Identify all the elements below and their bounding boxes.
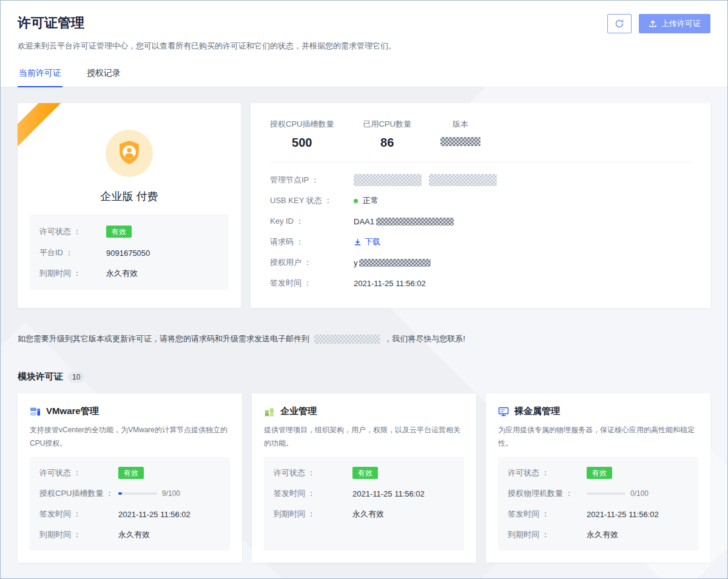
quota-progress-text: 9/100: [162, 489, 180, 498]
download-request-code-link[interactable]: 下载: [354, 236, 380, 247]
notice-text-before: 如您需要升级到其它版本或更新许可证，请将您的请求码和升级需求发送电子邮件到: [18, 334, 309, 343]
license-edition: 企业版 付费: [18, 189, 241, 204]
platform-id-row: 平台ID ： 9091675050: [39, 247, 219, 258]
redacted-email: [314, 335, 380, 344]
module-title: 裸金属管理: [514, 406, 560, 417]
upload-icon: [649, 19, 657, 28]
module-status-badge: 有效: [352, 467, 378, 479]
stat-used-cpu: 已用CPU数量 86: [363, 119, 411, 150]
expire-time-label: 到期时间 ：: [39, 268, 106, 279]
issue-time-label: 签发时间 ：: [270, 278, 354, 289]
module-info-box: 许可状态 ： 有效 授权CPU插槽数量 ： 9/100 签发时间 ： 2021-…: [30, 457, 230, 551]
key-id-prefix: DAA1: [354, 217, 374, 226]
stat-version: 版本: [440, 119, 480, 150]
stat-cpu-slots-label: 授权CPU插槽数量: [270, 119, 334, 130]
module-description: 支持接管vCenter的全功能，为VMware的计算节点提供独立的CPU授权。: [30, 423, 230, 450]
refresh-icon: [615, 19, 624, 28]
stat-used-cpu-value: 86: [363, 136, 411, 150]
redacted-auth-user: [359, 259, 431, 267]
module-status-badge: 有效: [587, 467, 612, 479]
management-ip-label: 管理节点IP ：: [270, 175, 354, 186]
issue-time-row: 签发时间 ： 2021-11-25 11:56:02: [270, 273, 691, 293]
stat-cpu-slots-value: 500: [270, 136, 334, 150]
module-status-row: 许可状态 ： 有效: [508, 467, 689, 479]
usb-key-status-row: USB KEY 状态 ： 正常: [270, 190, 691, 211]
module-status-label: 许可状态 ：: [274, 467, 352, 478]
license-summary-info: 许可状态 ： 有效 平台ID ： 9091675050 到期时间 ： 永久有效: [30, 215, 229, 290]
module-description: 为应用提供专属的物理服务器，保证核心应用的高性能和稳定性。: [498, 423, 698, 450]
baremetal-module-icon: [498, 406, 509, 417]
key-id-label: Key ID ：: [270, 216, 354, 227]
redacted-ip-1: [354, 174, 422, 186]
current-license-section: 企业版 付费 许可状态 ： 有效 平台ID ： 9091675050 到期时间 …: [18, 103, 710, 308]
corner-ribbon: [18, 103, 64, 150]
module-expire-row: 到期时间 ： 永久有效: [508, 529, 689, 541]
module-expire-label: 到期时间 ：: [274, 509, 352, 520]
module-issue-value: 2021-11-25 11:56:02: [118, 510, 190, 519]
module-title: 企业管理: [280, 406, 317, 417]
platform-id-value: 9091675050: [106, 249, 150, 258]
stat-used-cpu-label: 已用CPU数量: [363, 119, 411, 130]
page-subtitle: 欢迎来到云平台许可证管理中心，您可以查看所有已购买的许可证和它们的状态，并根据您…: [18, 41, 710, 52]
license-shield-icon: [106, 130, 153, 177]
download-link-label: 下载: [365, 236, 380, 247]
module-issue-row: 签发时间 ： 2021-11-25 11:56:02: [39, 508, 220, 520]
module-status-row: 许可状态 ： 有效: [274, 467, 454, 479]
platform-id-label: 平台ID ：: [39, 247, 106, 258]
module-title: VMware管理: [46, 406, 99, 417]
license-detail-rows: 管理节点IP ： USB KEY 状态 ： 正常 Key ID ： DAA1: [270, 162, 691, 293]
stat-cpu-slots: 授权CPU插槽数量 500: [270, 119, 334, 150]
download-icon: [354, 238, 362, 246]
module-expire-row: 到期时间 ： 永久有效: [39, 529, 220, 541]
module-card-baremetal: 裸金属管理 为应用提供专属的物理服务器，保证核心应用的高性能和稳定性。 许可状态…: [486, 393, 710, 563]
module-expire-label: 到期时间 ：: [508, 529, 587, 540]
upgrade-notice: 如您需要升级到其它版本或更新许可证，请将您的请求码和升级需求发送电子邮件到 ，我…: [18, 333, 710, 344]
module-expire-value: 永久有效: [118, 529, 150, 540]
request-code-row: 请求码 ： 下载: [270, 232, 691, 252]
module-description: 提供管理项目，组织架构，用户，权限，以及云平台运营相关的功能。: [264, 423, 464, 450]
module-status-label: 许可状态 ：: [39, 467, 118, 478]
quota-progress-text: 0/100: [630, 489, 649, 498]
quota-progress-bar: [587, 492, 625, 495]
license-stats: 授权CPU插槽数量 500 已用CPU数量 86 版本: [270, 119, 691, 162]
tab-authorization-records[interactable]: 授权记录: [86, 61, 122, 87]
quota-progress-bar: [118, 492, 157, 495]
module-status-badge: 有效: [118, 467, 144, 479]
module-info-box: 许可状态 ： 有效 签发时间 ： 2021-11-25 11:56:02 到期时…: [264, 457, 464, 551]
module-expire-value: 永久有效: [352, 509, 384, 520]
header-actions: 上传许可证: [607, 14, 710, 33]
module-count-badge: 10: [68, 372, 84, 383]
redacted-version-value: [440, 137, 480, 146]
license-status-row: 许可状态 ： 有效: [39, 226, 219, 238]
expire-time-value: 永久有效: [106, 268, 138, 279]
module-card-vmware: VMware管理 支持接管vCenter的全功能，为VMware的计算节点提供独…: [18, 393, 242, 563]
status-dot-icon: [354, 199, 358, 203]
module-issue-value: 2021-11-25 11:56:02: [352, 489, 425, 498]
page-title: 许可证管理: [18, 14, 84, 32]
module-expire-row: 到期时间 ： 永久有效: [274, 508, 454, 520]
content-area: 企业版 付费 许可状态 ： 有效 平台ID ： 9091675050 到期时间 …: [1, 87, 727, 574]
license-summary-card: 企业版 付费 许可状态 ： 有效 平台ID ： 9091675050 到期时间 …: [18, 103, 241, 308]
module-issue-label: 签发时间 ：: [39, 509, 118, 520]
stat-version-label: 版本: [440, 119, 480, 130]
license-detail-card: 授权CPU插槽数量 500 已用CPU数量 86 版本 管理节点IP ：: [251, 103, 710, 308]
module-status-label: 许可状态 ：: [508, 467, 587, 478]
upload-button-label: 上传许可证: [661, 18, 701, 29]
module-licenses-title: 模块许可证: [18, 371, 63, 383]
module-issue-value: 2021-11-25 11:56:02: [587, 510, 659, 519]
license-status-badge: 有效: [106, 226, 132, 238]
key-id-row: Key ID ： DAA1: [270, 211, 691, 232]
module-issue-label: 签发时间 ：: [508, 509, 587, 520]
module-quota-label: 授权物理机数量 ：: [508, 488, 587, 499]
refresh-button[interactable]: [607, 14, 632, 33]
enterprise-module-icon: [264, 406, 275, 417]
usb-key-status-label: USB KEY 状态 ：: [270, 195, 354, 206]
module-quota-row: 授权CPU插槽数量 ： 9/100: [39, 487, 220, 500]
module-info-box: 许可状态 ： 有效 授权物理机数量 ： 0/100 签发时间 ： 2021-11…: [498, 457, 698, 551]
upload-license-button[interactable]: 上传许可证: [639, 14, 710, 33]
redacted-ip-2: [429, 174, 497, 186]
tab-current-license[interactable]: 当前许可证: [18, 61, 62, 87]
module-issue-label: 签发时间 ：: [274, 488, 352, 499]
module-licenses-header: 模块许可证 10: [18, 371, 710, 383]
page-header: 许可证管理: [1, 1, 727, 61]
